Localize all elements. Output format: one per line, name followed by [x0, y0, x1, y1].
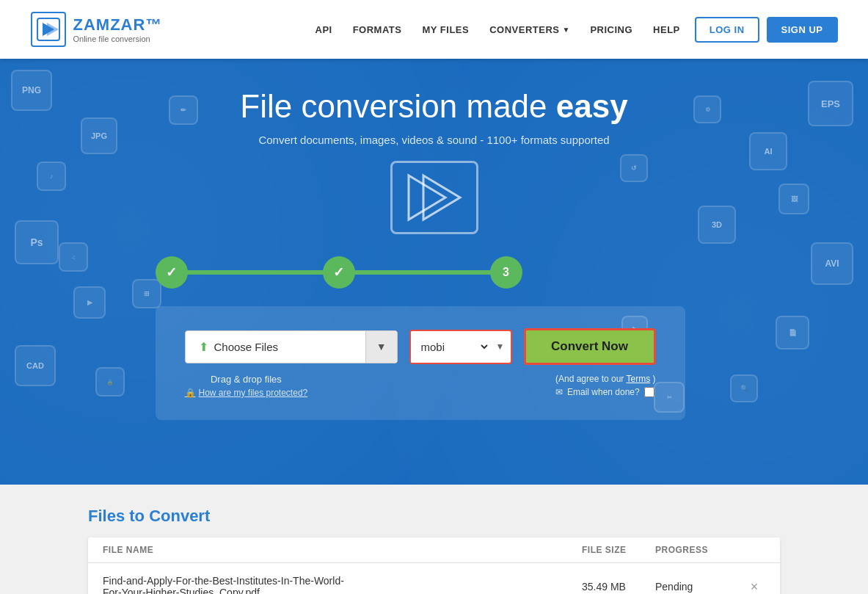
- col-header-filesize: FILE SIZE: [582, 545, 655, 555]
- svg-marker-4: [423, 175, 460, 220]
- left-info: Drag & drop files 🔒 How are my files pro…: [185, 374, 308, 398]
- upload-icon: ⬆: [199, 340, 208, 354]
- converter-info: Drag & drop files 🔒 How are my files pro…: [185, 374, 656, 398]
- nav-pricing[interactable]: PRICING: [590, 24, 632, 35]
- terms-link[interactable]: Terms: [626, 374, 650, 384]
- files-section: Files to Convert FILE NAME FILE SIZE PRO…: [0, 485, 868, 594]
- signup-button[interactable]: SIGN UP: [767, 17, 838, 43]
- file-name: Find-and-Apply-For-the-Best-Institutes-I…: [103, 575, 582, 594]
- choose-files-button[interactable]: ⬆ Choose Files: [186, 331, 365, 363]
- step-line-2: [354, 270, 492, 275]
- converter-controls: ⬆ Choose Files ▼ mobi epub pdf doc ▼: [185, 328, 656, 365]
- col-header-progress: PROGRESS: [655, 545, 743, 555]
- drag-drop-text: Drag & drop files: [185, 374, 308, 385]
- format-select[interactable]: mobi epub pdf doc: [411, 331, 490, 363]
- format-dropdown-icon: ▼: [490, 331, 511, 363]
- nav-converters[interactable]: CONVERTERS: [489, 24, 559, 35]
- right-info: (And agree to our Terms ) ✉ Email when d…: [555, 374, 656, 397]
- hero-play-icon: [390, 161, 478, 234]
- hero-title: File conversion made easy: [156, 88, 713, 125]
- logo-icon: [31, 12, 66, 47]
- email-icon: ✉: [555, 387, 563, 397]
- nav-api[interactable]: API: [316, 24, 332, 35]
- nav-my-files[interactable]: MY FILES: [422, 24, 469, 35]
- choose-files-group: ⬆ Choose Files ▼: [185, 330, 398, 363]
- convert-now-button[interactable]: Convert Now: [524, 328, 656, 365]
- nav-formats[interactable]: FORMATS: [353, 24, 402, 35]
- step-1-circle: ✓: [156, 256, 188, 289]
- step-3-circle: 3: [490, 256, 522, 289]
- table-row: Find-and-Apply-For-the-Best-Institutes-I…: [88, 563, 780, 594]
- files-table: FILE NAME FILE SIZE PROGRESS Find-and-Ap…: [88, 537, 780, 594]
- files-title: Files to Convert: [88, 507, 780, 526]
- navbar: ZAMZAR™ Online file conversion API FORMA…: [0, 0, 868, 59]
- nav-converters-group: CONVERTERS ▼: [489, 24, 569, 35]
- format-select-group: mobi epub pdf doc ▼: [409, 330, 512, 364]
- step-line-1: [186, 270, 324, 275]
- choose-files-dropdown[interactable]: ▼: [365, 331, 397, 363]
- email-checkbox[interactable]: [644, 387, 654, 397]
- nav-links: API FORMATS MY FILES CONVERTERS ▼ PRICIN…: [316, 23, 680, 36]
- hero-content: File conversion made easy Convert docume…: [156, 88, 713, 420]
- terms-text: (And agree to our Terms ): [555, 374, 656, 384]
- files-table-header: FILE NAME FILE SIZE PROGRESS: [88, 537, 780, 563]
- steps-bar: ✓ ✓ 3: [156, 256, 522, 289]
- step-2-circle: ✓: [323, 256, 355, 289]
- email-label[interactable]: ✉ Email when done?: [555, 387, 656, 397]
- nav-help[interactable]: HELP: [653, 24, 680, 35]
- file-action: ×: [743, 580, 765, 594]
- logo-text: ZAMZAR™ Online file conversion: [73, 15, 163, 43]
- remove-file-button[interactable]: ×: [751, 580, 759, 593]
- svg-marker-3: [409, 175, 445, 220]
- brand-name: ZAMZAR™: [73, 15, 163, 35]
- login-button[interactable]: LOG IN: [695, 17, 759, 43]
- file-progress: Pending: [655, 581, 743, 593]
- col-header-filename: FILE NAME: [103, 545, 582, 555]
- hero-subtitle: Convert documents, images, videos & soun…: [156, 134, 713, 146]
- logo-link[interactable]: ZAMZAR™ Online file conversion: [31, 12, 163, 47]
- lock-icon: 🔒: [185, 388, 196, 398]
- protected-link[interactable]: 🔒 How are my files protected?: [185, 388, 308, 398]
- nav-auth: LOG IN SIGN UP: [695, 17, 838, 43]
- converters-dropdown-icon[interactable]: ▼: [563, 26, 570, 34]
- logo-tagline: Online file conversion: [73, 35, 163, 43]
- file-size: 35.49 MB: [582, 581, 655, 593]
- converter-panel: ⬆ Choose Files ▼ mobi epub pdf doc ▼: [156, 306, 685, 420]
- hero-section: PNG JPG Ps CAD EPS AI 3D AVI ♪ ▶ 🖼 📄 🔍 ✏…: [0, 59, 868, 485]
